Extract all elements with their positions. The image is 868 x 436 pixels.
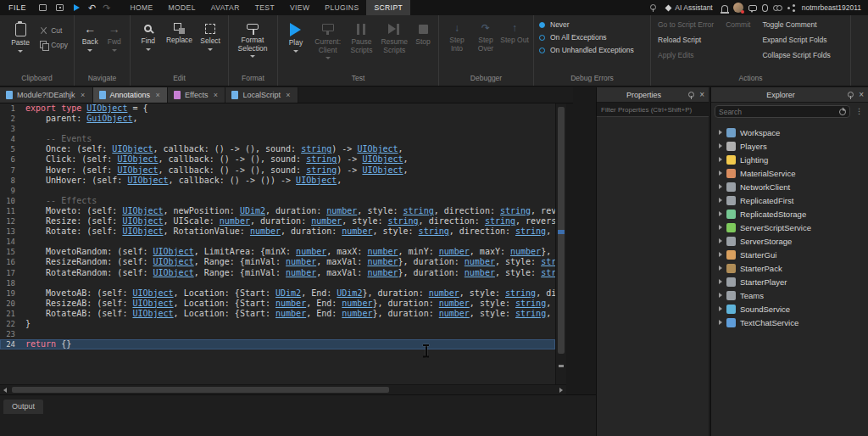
avatar[interactable] (733, 3, 743, 13)
action-reload-script[interactable]: Reload Script (658, 36, 714, 44)
close-icon[interactable] (859, 91, 864, 99)
pin-panel-icon[interactable] (846, 91, 854, 99)
play-button[interactable]: Play (281, 18, 310, 53)
chevron-right-icon[interactable] (719, 252, 722, 257)
output-tab[interactable]: Output (3, 400, 43, 414)
step-out-button[interactable]: Step Out (500, 18, 529, 45)
forward-button[interactable]: Fwd (103, 18, 127, 52)
scroll-right-icon[interactable] (559, 388, 563, 393)
menu-tab-plugins[interactable]: PLUGINS (317, 0, 366, 15)
code-line[interactable]: 23 (0, 329, 555, 339)
editor-horizontal-scrollbar[interactable] (0, 384, 566, 394)
file-menu-button[interactable]: FILE (0, 0, 35, 15)
bug-report-icon[interactable] (762, 4, 768, 12)
properties-filter-input[interactable] (597, 103, 709, 116)
share-icon[interactable] (787, 4, 795, 12)
code-line[interactable]: 11 Moveto: (self: UIObject, newPosition:… (0, 206, 555, 216)
chat-icon[interactable] (748, 5, 757, 11)
explorer-item[interactable]: SoundService (711, 302, 868, 316)
action-apply-edits[interactable]: Apply Edits (658, 51, 714, 59)
code-line[interactable]: 1export type UIObject = { (0, 103, 555, 114)
resume-scripts-button[interactable]: Resume Scripts (377, 18, 411, 54)
cut-button[interactable]: Cut (37, 25, 70, 36)
explorer-menu-icon[interactable] (854, 108, 865, 115)
code-line[interactable]: 16 ResizeRandom: (self: UIObject, Range:… (0, 257, 555, 267)
explorer-search-input[interactable] (719, 108, 839, 116)
paste-button[interactable]: Paste (3, 18, 37, 53)
chevron-right-icon[interactable] (719, 184, 722, 189)
quick-play-icon[interactable] (74, 4, 80, 11)
code-line[interactable]: 21 RotateAB: (self: UIObject, Location: … (0, 309, 555, 319)
pin-panel-icon[interactable] (687, 91, 695, 99)
chevron-right-icon[interactable] (719, 306, 722, 311)
close-tab-icon[interactable] (212, 91, 219, 99)
open-window-icon[interactable] (37, 2, 49, 14)
menu-tab-avatar[interactable]: AVATAR (203, 0, 248, 15)
chevron-right-icon[interactable] (719, 170, 722, 176)
scrollbar-thumb[interactable] (12, 387, 389, 393)
scroll-left-icon[interactable] (3, 388, 7, 393)
chevron-right-icon[interactable] (719, 320, 722, 325)
code-line[interactable]: 8 UnHover: (self: UIObject, callback: ()… (0, 176, 555, 186)
explorer-item[interactable]: TextChatService (711, 316, 868, 329)
explorer-search-box[interactable] (715, 105, 850, 118)
chevron-right-icon[interactable] (719, 211, 722, 216)
chevron-right-icon[interactable] (719, 225, 722, 230)
code-line[interactable]: 3 (0, 124, 555, 134)
code-line[interactable]: 12 Resize: (self: UIObject, UIScale: num… (0, 216, 555, 226)
code-line[interactable]: 10 -- Effects (0, 196, 555, 206)
code-line[interactable]: 7 Hover: (self: UIObject, callback: () -… (0, 165, 555, 176)
stop-button[interactable]: Stop (411, 18, 435, 47)
redo-icon[interactable] (99, 0, 114, 15)
explorer-item[interactable]: Teams (711, 288, 868, 302)
debug-option[interactable]: On Unhandled Exceptions (539, 46, 634, 54)
editor-tab[interactable]: LocalScript (225, 87, 298, 103)
debug-option[interactable]: Never (539, 20, 634, 29)
chevron-right-icon[interactable] (719, 198, 722, 203)
chevron-right-icon[interactable] (719, 130, 722, 135)
publish-icon[interactable] (54, 2, 66, 14)
collaborators-icon[interactable] (773, 4, 782, 12)
explorer-item[interactable]: NetworkClient (711, 180, 868, 193)
menu-tab-model[interactable]: MODEL (161, 0, 203, 15)
menu-tab-script[interactable]: SCRIPT (366, 0, 410, 15)
explorer-item[interactable]: ReplicatedFirst (711, 193, 868, 207)
menu-tab-test[interactable]: TEST (248, 0, 282, 15)
code-line[interactable]: 9 (0, 186, 555, 196)
editor-tab[interactable]: Effects (168, 87, 225, 103)
explorer-item[interactable]: StarterPlayer (711, 275, 868, 288)
code-line[interactable]: 4 -- Events (0, 134, 555, 144)
menu-tab-view[interactable]: VIEW (282, 0, 317, 15)
chevron-right-icon[interactable] (719, 266, 722, 271)
code-line[interactable]: 18 (0, 278, 555, 288)
close-tab-icon[interactable] (285, 91, 292, 99)
step-over-button[interactable]: Step Over (471, 18, 500, 53)
pin-icon[interactable] (648, 3, 657, 12)
editor-tab[interactable]: Module?!DEathjk (0, 87, 93, 103)
close-icon[interactable] (699, 91, 704, 99)
code-line[interactable]: 22} (0, 319, 555, 329)
step-into-button[interactable]: Step Into (442, 18, 471, 53)
ai-assistant-button[interactable]: AI Assistant (662, 3, 715, 12)
format-selection-button[interactable]: Format Selection (232, 18, 273, 58)
code-line[interactable]: 6 Click: (self: UIObject, callback: () -… (0, 154, 555, 165)
editor-tab[interactable]: Annotations (93, 87, 169, 103)
code-line[interactable]: 5 Once: (self: UIObject, callback: () ->… (0, 144, 555, 154)
code-editor[interactable]: 1export type UIObject = {2 parent: GuiOb… (0, 103, 555, 384)
code-line[interactable]: 2 parent: GuiObject, (0, 114, 555, 124)
pause-scripts-button[interactable]: Pause Scripts (346, 18, 378, 54)
action-commit[interactable]: Commit (726, 20, 750, 29)
debug-option[interactable]: On All Exceptions (539, 33, 634, 42)
back-button[interactable]: Back (78, 18, 103, 52)
close-tab-icon[interactable] (80, 91, 86, 99)
explorer-item[interactable]: ServerStorage (711, 234, 868, 248)
code-line[interactable]: 14 (0, 237, 555, 247)
replace-button[interactable]: Replace (163, 18, 197, 45)
select-button[interactable]: Select (196, 18, 225, 51)
explorer-item[interactable]: StarterPack (711, 261, 868, 275)
chevron-right-icon[interactable] (719, 157, 722, 162)
notifications-bell-icon[interactable] (721, 5, 728, 12)
explorer-item[interactable]: Lighting (711, 153, 868, 166)
explorer-item[interactable]: Workspace (711, 126, 868, 139)
current-client-button[interactable]: Current: Client (310, 18, 346, 59)
